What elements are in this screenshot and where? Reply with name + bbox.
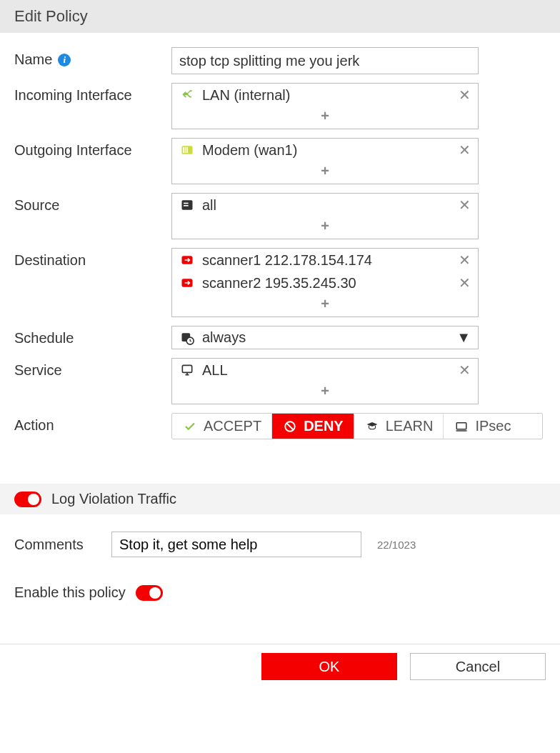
label-destination: Destination [14, 248, 171, 269]
action-ipsec-label: IPsec [475, 418, 511, 434]
svg-line-13 [287, 423, 294, 429]
label-source: Source [14, 193, 171, 214]
label-incoming-interface: Incoming Interface [14, 83, 171, 104]
ok-button-label: OK [319, 659, 340, 675]
shuffle-icon [179, 87, 195, 103]
label-name-text: Name [14, 51, 52, 68]
label-name: Name i [14, 47, 171, 68]
service-box[interactable]: ALL ✕ + [171, 358, 479, 404]
label-outgoing-interface: Outgoing Interface [14, 138, 171, 159]
service-item-label: ALL [202, 362, 228, 379]
add-service[interactable]: + [172, 382, 478, 404]
calendar-clock-icon [179, 330, 195, 346]
svg-rect-11 [182, 365, 191, 372]
row-destination: Destination scanner1 212.178.154.174 ✕ s… [14, 248, 546, 317]
row-outgoing-interface: Outgoing Interface Modem (wan1) ✕ + [14, 138, 546, 184]
log-violation-toggle[interactable] [14, 492, 41, 507]
comments-char-count: 22/1023 [377, 539, 416, 551]
row-source: Source all ✕ + [14, 193, 546, 239]
log-violation-section: Log Violation Traffic [0, 484, 560, 514]
source-item-label: all [202, 197, 216, 214]
policy-form: Name i Incoming Interface LAN (internal)… [0, 33, 560, 455]
label-action: Action [14, 413, 171, 434]
chevron-down-icon: ▼ [456, 329, 471, 346]
cancel-button[interactable]: Cancel [410, 653, 546, 680]
outgoing-interface-box[interactable]: Modem (wan1) ✕ + [171, 138, 479, 184]
action-group: ACCEPT DENY LEARN IPsec [171, 413, 543, 439]
cancel-button-label: Cancel [456, 659, 500, 675]
row-schedule: Schedule always ▼ [14, 326, 546, 349]
svg-rect-14 [457, 422, 467, 429]
schedule-value: always [202, 329, 246, 346]
deny-icon [282, 419, 298, 434]
log-violation-label: Log Violation Traffic [51, 491, 176, 507]
close-icon[interactable]: ✕ [459, 196, 471, 214]
action-accept-label: ACCEPT [204, 418, 261, 434]
close-icon[interactable]: ✕ [459, 251, 471, 269]
close-icon[interactable]: ✕ [459, 361, 471, 379]
info-icon[interactable]: i [58, 54, 71, 66]
row-comments: Comments 22/1023 [0, 514, 560, 563]
bottom-bar: OK Cancel [0, 644, 560, 689]
action-learn[interactable]: LEARN [354, 414, 444, 439]
modem-icon [179, 142, 195, 158]
page-header: Edit Policy [0, 0, 560, 33]
incoming-interface-item-label: LAN (internal) [202, 87, 290, 104]
row-incoming-interface: Incoming Interface LAN (internal) ✕ + [14, 83, 546, 129]
destination-item[interactable]: scanner1 212.178.154.174 ✕ [172, 249, 478, 271]
label-service: Service [14, 358, 171, 379]
source-item[interactable]: all ✕ [172, 194, 478, 216]
ok-button[interactable]: OK [261, 653, 397, 680]
page-title: Edit Policy [14, 7, 88, 25]
name-input[interactable] [171, 47, 479, 74]
close-icon[interactable]: ✕ [459, 141, 471, 159]
svg-rect-6 [184, 205, 189, 206]
row-service: Service ALL ✕ + [14, 358, 546, 404]
svg-rect-1 [183, 147, 184, 153]
source-box[interactable]: all ✕ + [171, 193, 479, 239]
row-name: Name i [14, 47, 546, 74]
destination-item-label: scanner2 195.35.245.30 [202, 275, 356, 291]
outgoing-interface-item-label: Modem (wan1) [202, 142, 297, 159]
destination-item[interactable]: scanner2 195.35.245.30 ✕ [172, 271, 478, 294]
host-icon [179, 252, 195, 268]
action-ipsec[interactable]: IPsec [444, 414, 521, 439]
destination-item-label: scanner1 212.178.154.174 [202, 252, 372, 269]
label-schedule: Schedule [14, 326, 171, 346]
svg-rect-2 [185, 147, 186, 153]
incoming-interface-item[interactable]: LAN (internal) ✕ [172, 84, 478, 106]
add-destination[interactable]: + [172, 294, 478, 316]
address-icon [179, 197, 195, 213]
ipsec-icon [454, 419, 469, 434]
svg-rect-5 [184, 203, 189, 204]
row-action: Action ACCEPT DENY LEARN [14, 413, 546, 439]
schedule-select[interactable]: always ▼ [171, 326, 479, 349]
action-learn-label: LEARN [386, 418, 434, 434]
enable-policy-label: Enable this policy [14, 584, 126, 601]
service-icon [179, 362, 195, 378]
destination-box[interactable]: scanner1 212.178.154.174 ✕ scanner2 195.… [171, 248, 479, 317]
label-comments: Comments [14, 537, 100, 553]
close-icon[interactable]: ✕ [459, 274, 471, 291]
comments-input[interactable] [111, 532, 361, 557]
action-deny[interactable]: DENY [272, 414, 354, 439]
add-source[interactable]: + [172, 216, 478, 239]
svg-rect-3 [186, 147, 188, 153]
enable-policy-toggle[interactable] [136, 585, 163, 601]
learn-icon [364, 419, 380, 434]
check-icon [182, 419, 198, 434]
outgoing-interface-item[interactable]: Modem (wan1) ✕ [172, 139, 478, 161]
action-accept[interactable]: ACCEPT [172, 414, 272, 439]
add-outgoing-interface[interactable]: + [172, 161, 478, 184]
incoming-interface-box[interactable]: LAN (internal) ✕ + [171, 83, 479, 129]
close-icon[interactable]: ✕ [459, 86, 471, 104]
host-icon [179, 275, 195, 291]
action-deny-label: DENY [304, 418, 344, 434]
row-enable-policy: Enable this policy [0, 563, 560, 644]
service-item[interactable]: ALL ✕ [172, 359, 478, 382]
add-incoming-interface[interactable]: + [172, 106, 478, 129]
